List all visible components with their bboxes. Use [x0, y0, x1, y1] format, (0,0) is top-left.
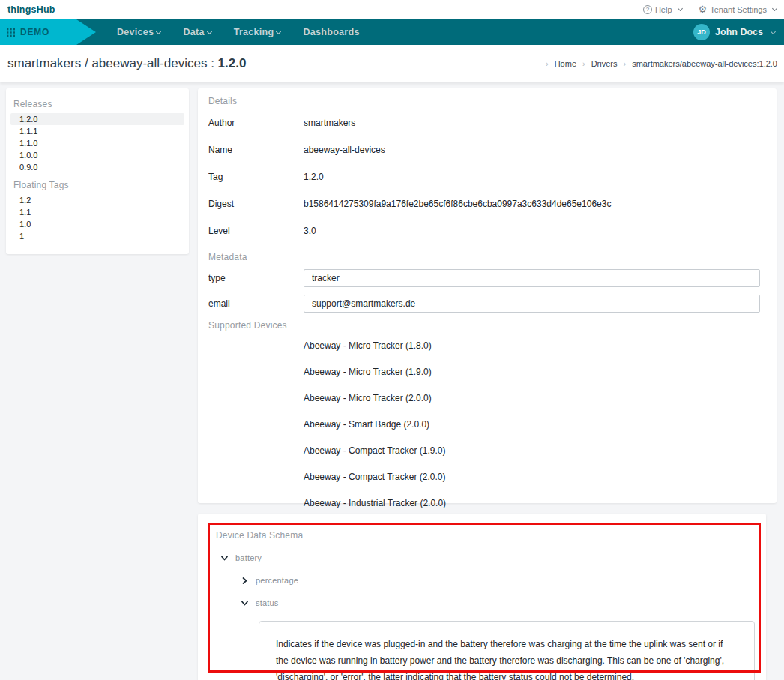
app-logo: thingsHub: [7, 4, 55, 15]
chevron-down-icon: [156, 29, 161, 34]
supported-devices-list: Abeeway - Micro Tracker (1.8.0) Abeeway …: [208, 340, 766, 508]
tree-chevron-icon[interactable]: [221, 555, 228, 562]
content-area: Releases 1.2.0 1.1.1 1.1.0 1.0.0 0.9.0 F…: [0, 82, 784, 680]
metadata-label: type: [208, 273, 304, 283]
nav-item[interactable]: Data: [183, 27, 211, 37]
schema-tree-node[interactable]: percentage: [241, 576, 748, 585]
supported-device-item: Abeeway - Micro Tracker (1.8.0): [304, 340, 766, 351]
detail-row: Tag 1.2.0: [208, 163, 766, 190]
schema-node-label: battery: [235, 553, 262, 562]
workspace-switcher[interactable]: DEMO: [0, 19, 96, 45]
supported-device-item: Abeeway - Industrial Tracker (2.0.0): [304, 498, 766, 508]
floating-tag-item[interactable]: 1.2: [10, 194, 184, 206]
breadcrumb-item[interactable]: Home: [540, 59, 576, 68]
detail-value: smartmakers: [304, 118, 355, 128]
details-fields: Author smartmakers Name abeeway-all-devi…: [208, 109, 766, 244]
schema-node-label: percentage: [256, 576, 298, 585]
schema-heading: Device Data Schema: [216, 530, 748, 541]
release-item[interactable]: 1.1.1: [10, 125, 184, 137]
supported-device-item: Abeeway - Compact Tracker (1.9.0): [304, 445, 766, 456]
releases-panel: Releases 1.2.0 1.1.1 1.1.0 1.0.0 0.9.0 F…: [6, 88, 189, 254]
detail-value: 1.2.0: [304, 172, 324, 182]
floating-tags-heading: Floating Tags: [6, 180, 189, 190]
schema-tree-node[interactable]: status: [241, 598, 748, 607]
schema-node-label: status: [256, 598, 279, 607]
page-title-prefix: smartmakers / abeeway-all-devices :: [7, 56, 218, 70]
workspace-name: DEMO: [20, 27, 49, 37]
nav-items: Devices Data Tracking Dashboards: [117, 27, 382, 37]
detail-value: b1586414275309fa9a176fe2be65cf6f86cbe6cb…: [304, 199, 611, 209]
grid-icon: [7, 28, 15, 37]
release-item[interactable]: 1.0.0: [10, 149, 184, 161]
detail-label: Author: [208, 118, 304, 128]
metadata-fields: type email: [208, 269, 766, 313]
releases-list: 1.2.0 1.1.1 1.1.0 1.0.0 0.9.0: [6, 113, 189, 173]
floating-tag-item[interactable]: 1.0: [10, 218, 184, 230]
breadcrumb-item[interactable]: Drivers: [576, 59, 618, 68]
nav-item[interactable]: Devices: [117, 27, 160, 37]
user-name: John Docs: [715, 27, 763, 37]
release-item[interactable]: 1.1.0: [10, 137, 184, 149]
status-description-box: Indicates if the device was plugged-in a…: [259, 621, 755, 680]
nav-item-label: Dashboards: [303, 27, 359, 37]
tree-chevron-icon[interactable]: [241, 577, 248, 584]
detail-label: Level: [208, 226, 304, 236]
tenant-settings-menu[interactable]: ⚙ Tenant Settings: [699, 5, 777, 14]
breadcrumb: Home Drivers smartmakers/abeeway-all-dev…: [540, 59, 777, 68]
metadata-row: type: [208, 269, 766, 287]
page-title-version: 1.2.0: [218, 56, 247, 70]
chevron-down-icon: [207, 29, 212, 34]
supported-device-item: Abeeway - Smart Badge (2.0.0): [304, 419, 766, 430]
detail-row: Level 3.0: [208, 217, 766, 244]
chevron-down-icon: [772, 6, 777, 11]
detail-row: Digest b1586414275309fa9a176fe2be65cf6f8…: [208, 190, 766, 217]
nav-item-label: Tracking: [234, 27, 274, 37]
floating-tags-list: 1.2 1.1 1.0 1: [6, 194, 189, 242]
metadata-input[interactable]: [304, 295, 760, 313]
help-menu[interactable]: ? Help: [643, 5, 682, 14]
topbar-menus: ? Help ⚙ Tenant Settings: [643, 5, 777, 14]
schema-tree: battery percentage status: [216, 553, 748, 607]
floating-tag-item[interactable]: 1: [10, 230, 184, 242]
supported-device-item: Abeeway - Micro Tracker (2.0.0): [304, 393, 766, 403]
tree-chevron-icon[interactable]: [241, 600, 248, 607]
breadcrumb-item[interactable]: smartmakers/abeeway-all-devices:1.2.0: [618, 59, 777, 68]
releases-heading: Releases: [6, 99, 189, 109]
metadata-input[interactable]: [304, 269, 760, 287]
top-bar: thingsHub ? Help ⚙ Tenant Settings: [0, 0, 784, 19]
device-data-schema-panel: Device Data Schema battery percentage: [198, 514, 766, 680]
main-nav: DEMO Devices Data Tracking Dashboards JD…: [0, 19, 784, 45]
supported-device-item: Abeeway - Compact Tracker (2.0.0): [304, 472, 766, 482]
supported-device-item: Abeeway - Micro Tracker (1.9.0): [304, 367, 766, 377]
detail-row: Author smartmakers: [208, 109, 766, 136]
release-item[interactable]: 1.2.0: [10, 113, 184, 125]
details-heading: Details: [208, 96, 766, 106]
user-menu[interactable]: JD John Docs: [693, 24, 784, 40]
help-icon: ?: [643, 5, 652, 14]
detail-label: Tag: [208, 172, 304, 182]
detail-value: abeeway-all-devices: [304, 145, 385, 155]
detail-value: 3.0: [304, 226, 316, 236]
supported-devices-heading: Supported Devices: [208, 320, 766, 331]
chevron-down-icon: [771, 28, 776, 34]
schema-tree-node[interactable]: battery: [221, 553, 748, 562]
chevron-down-icon: [677, 6, 682, 11]
chevron-down-icon: [276, 29, 281, 34]
avatar: JD: [693, 24, 710, 40]
gear-icon: ⚙: [699, 5, 708, 14]
help-label: Help: [655, 5, 672, 14]
nav-item-label: Devices: [117, 27, 154, 37]
nav-item[interactable]: Tracking: [234, 27, 281, 37]
release-item[interactable]: 0.9.0: [10, 161, 184, 173]
detail-label: Name: [208, 145, 304, 155]
detail-label: Digest: [208, 199, 304, 209]
page-title: smartmakers / abeeway-all-devices : 1.2.…: [7, 56, 246, 71]
nav-item-label: Data: [183, 27, 204, 37]
nav-item[interactable]: Dashboards: [303, 27, 359, 37]
details-panel: Details Author smartmakers Name abeeway-…: [198, 88, 777, 503]
metadata-label: email: [208, 298, 304, 309]
floating-tag-item[interactable]: 1.1: [10, 206, 184, 218]
detail-row: Name abeeway-all-devices: [208, 136, 766, 163]
metadata-heading: Metadata: [208, 252, 766, 262]
page-header: smartmakers / abeeway-all-devices : 1.2.…: [0, 45, 784, 82]
